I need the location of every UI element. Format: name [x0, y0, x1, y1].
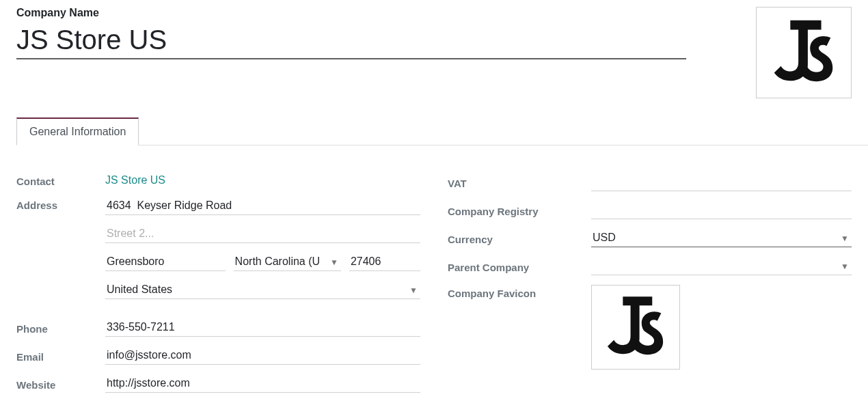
js-logo-icon	[597, 289, 674, 365]
website-input[interactable]	[105, 374, 420, 393]
company-favicon[interactable]	[591, 285, 680, 370]
registry-input[interactable]	[591, 201, 852, 219]
left-column: Contact JS Store US Address	[16, 173, 420, 402]
right-column: VAT Company Registry Currency ▼	[448, 173, 852, 402]
address-label: Address	[16, 197, 105, 211]
phone-input[interactable]	[105, 318, 420, 337]
tab-general-information[interactable]: General Information	[16, 117, 139, 145]
street2-input[interactable]	[105, 225, 420, 243]
state-select[interactable]	[234, 253, 341, 271]
email-label: Email	[16, 348, 105, 363]
currency-label: Currency	[448, 231, 591, 245]
company-name-input[interactable]	[16, 23, 686, 59]
city-input[interactable]	[105, 253, 226, 271]
favicon-label: Company Favicon	[448, 285, 591, 299]
js-logo-icon	[763, 12, 844, 93]
email-input[interactable]	[105, 346, 420, 365]
currency-select[interactable]	[591, 229, 852, 247]
country-select[interactable]	[105, 281, 420, 299]
phone-label: Phone	[16, 320, 105, 335]
parent-company-label: Parent Company	[448, 259, 591, 273]
website-label: Website	[16, 376, 105, 391]
vat-label: VAT	[448, 175, 591, 189]
parent-company-select[interactable]	[591, 257, 852, 275]
company-name-label: Company Name	[16, 7, 686, 19]
street1-input[interactable]	[105, 197, 420, 215]
contact-link[interactable]: JS Store US	[105, 174, 420, 186]
zip-input[interactable]	[349, 253, 420, 271]
registry-label: Company Registry	[448, 203, 591, 217]
vat-input[interactable]	[591, 173, 852, 191]
contact-label: Contact	[16, 173, 105, 187]
company-logo[interactable]	[756, 7, 852, 98]
